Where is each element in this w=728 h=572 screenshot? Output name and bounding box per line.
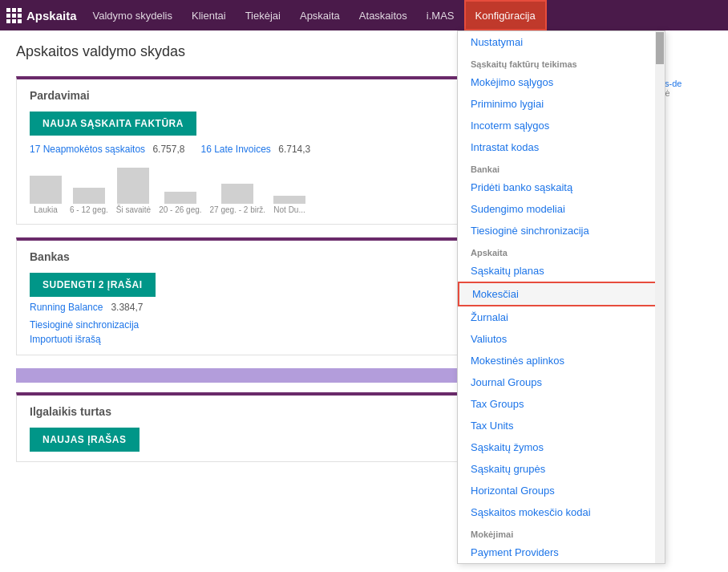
dropdown-section-bankai: Bankai [458, 158, 665, 176]
running-balance-amount: 3.384,7 [111, 302, 143, 313]
nav-item-konfiguracija[interactable]: Konfigūracija [464, 0, 547, 30]
dropdown-saskaitu-zymos[interactable]: Sąskaitų žymos [458, 436, 665, 458]
dropdown-horizontal-groups[interactable]: Horizontal Groups [458, 480, 665, 501]
bar-5 [273, 196, 305, 204]
scrollbar[interactable] [655, 31, 665, 563]
bar-0 [30, 176, 62, 204]
dropdown-saskaitu-grupes[interactable]: Sąskaitų grupės [458, 458, 665, 480]
bar-label-0: Laukia [34, 205, 57, 214]
invoice-1-link[interactable]: 17 Neapmokėtos sąskaitos 6.757,8 [30, 144, 184, 155]
running-balance-row: Running Balance 3.384,7 [30, 302, 451, 313]
running-balance-label[interactable]: Running Balance [30, 302, 103, 313]
dropdown-section-apskaita: Apskaita [458, 241, 665, 260]
bank-links: Tiesioginė sinchronizacija Importuoti iš… [30, 319, 451, 345]
nav-item-apskaita[interactable]: Apskaita [290, 0, 350, 30]
dropdown-tiesio-sinch[interactable]: Tiesioginė sinchronizacija [458, 220, 665, 241]
dropdown-journal-groups[interactable]: Journal Groups [458, 371, 665, 393]
grid-icon [6, 8, 22, 23]
new-record-button[interactable]: NAUJAS ĮRAŠAS [30, 428, 140, 452]
nav-item-valdymo[interactable]: Valdymo skydelis [83, 0, 182, 30]
ilgalaikis-title: Ilgalaikis turtas [30, 405, 451, 418]
bar-label-1: 6 - 12 geg. [70, 205, 108, 214]
dropdown-saskaitos-mokescio[interactable]: Sąskaitos mokesčio kodai [458, 501, 665, 523]
dropdown-mokejimo-salygos[interactable]: Mokėjimo sąlygos [458, 71, 665, 93]
bar-chart: Laukia 6 - 12 geg. Ši savaitė 20 - 26 ge… [30, 166, 451, 214]
bar-2 [117, 168, 149, 204]
nav-item-tiekejai[interactable]: Tiekėjai [236, 0, 290, 30]
dropdown-intrastat[interactable]: Intrastat kodas [458, 136, 665, 158]
dropdown-nustatymai[interactable]: Nustatymai [458, 31, 665, 53]
bar-label-5: Not Du... [273, 205, 305, 214]
bar-1 [73, 188, 105, 204]
dropdown-section-saskaitu: Sąskaitų faktūrų teikimas [458, 53, 665, 71]
nav-items: Valdymo skydelis Klientai Tiekėjai Apska… [83, 0, 547, 30]
invoice-1-label: 17 Neapmokėtos sąskaitos [30, 144, 145, 155]
bankas-section: Bankas SUDENGTI 2 ĮRAŠAI Running Balance… [16, 237, 465, 355]
navbar: Apskaita Valdymo skydelis Klientai Tiekė… [0, 0, 728, 30]
nav-item-imas[interactable]: i.MAS [417, 0, 464, 30]
dropdown-mokesciai[interactable]: Mokesčiai [458, 282, 665, 306]
chart-bar-4: 27 geg. - 2 birž. [210, 184, 265, 214]
dropdown-sudengimo[interactable]: Sudengimo modeliai [458, 198, 665, 220]
bankas-title: Bankas [30, 250, 451, 263]
chart-bar-2: Ši savaitė [116, 168, 151, 214]
dropdown-tax-units[interactable]: Tax Units [458, 415, 665, 436]
invoice-2-amount: 6.714,3 [278, 144, 310, 155]
invoice-2-link[interactable]: 16 Late Invoices 6.714,3 [200, 144, 310, 155]
dropdown-mokestines[interactable]: Mokestinės aplinkos [458, 350, 665, 371]
bar-label-2: Ši savaitė [116, 205, 151, 214]
ilgalaikis-section: Ilgalaikis turtas NAUJAS ĮRAŠAS [16, 392, 465, 462]
chart-bar-0: Laukia [30, 176, 62, 214]
bar-4 [221, 184, 253, 204]
scrollbar-thumb [656, 32, 664, 64]
pardavimai-section: Pardavimai NAUJA SĄSKAITA FAKTŪRA 17 Nea… [16, 76, 465, 225]
invoices-row: 17 Neapmokėtos sąskaitos 6.757,8 16 Late… [30, 144, 451, 155]
main-content: Apskaitos valdymo skydas Pardavimai NAUJ… [0, 30, 728, 572]
nav-item-klientai[interactable]: Klientai [182, 0, 236, 30]
purple-bar [16, 368, 465, 383]
bar-label-4: 27 geg. - 2 birž. [210, 205, 265, 214]
chart-bar-5: Not Du... [273, 196, 305, 214]
sudengti-button[interactable]: SUDENGTI 2 ĮRAŠAI [30, 273, 156, 297]
dropdown-prideti-banko[interactable]: Pridėti banko sąskaitą [458, 176, 665, 198]
pardavimai-title: Pardavimai [30, 89, 451, 102]
dropdown-incoterm[interactable]: Incoterm sąlygos [458, 115, 665, 136]
dropdown-zurnalai[interactable]: Žurnalai [458, 306, 665, 328]
new-invoice-button[interactable]: NAUJA SĄSKAITA FAKTŪRA [30, 112, 196, 136]
chart-bar-3: 20 - 26 geg. [159, 192, 201, 214]
konfiguracija-dropdown: Nustatymai Sąskaitų faktūrų teikimas Mok… [457, 30, 665, 564]
dropdown-valiutos[interactable]: Valiutos [458, 328, 665, 350]
dropdown-tax-groups[interactable]: Tax Groups [458, 393, 665, 415]
invoice-2-label: 16 Late Invoices [200, 144, 270, 155]
nav-item-ataskaitos[interactable]: Ataskaitos [350, 0, 417, 30]
bar-label-3: 20 - 26 geg. [159, 205, 201, 214]
brand-label: Apskaita [26, 9, 77, 22]
invoice-1-amount: 6.757,8 [152, 144, 184, 155]
dropdown-priminimo-lygiai[interactable]: Priminimo lygiai [458, 93, 665, 115]
brand: Apskaita [6, 8, 77, 23]
sync-link[interactable]: Tiesioginė sinchronizacija [30, 319, 451, 331]
dropdown-payment-providers[interactable]: Payment Providers [458, 542, 665, 563]
dropdown-section-mokejimai: Mokėjimai [458, 523, 665, 542]
bar-3 [164, 192, 196, 204]
chart-bar-1: 6 - 12 geg. [70, 188, 108, 214]
import-link[interactable]: Importuoti išrašą [30, 334, 451, 345]
dropdown-saskaitu-planas[interactable]: Sąskaitų planas [458, 260, 665, 282]
